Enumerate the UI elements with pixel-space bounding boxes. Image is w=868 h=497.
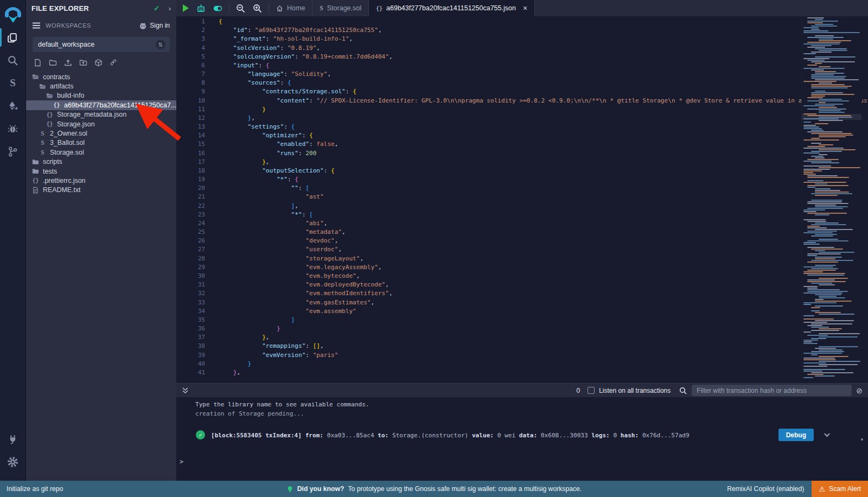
tree-item-tests[interactable]: tests xyxy=(26,167,176,176)
run-script-button[interactable] xyxy=(183,4,189,12)
main-area: HomeSStorage.sol{}a69b43f277ba20fcac1411… xyxy=(176,0,868,481)
file-explorer-icon[interactable] xyxy=(0,26,26,49)
line-number: 17 xyxy=(176,158,205,167)
sign-in-button[interactable]: Sign in xyxy=(139,22,170,29)
line-number: 9 xyxy=(176,87,205,96)
code-line: "enabled": false, xyxy=(219,140,868,149)
line-number-gutter: 1234567891011121314151617181920212223242… xyxy=(176,17,205,377)
code-line: "content": "// SPDX-License-Identifier: … xyxy=(219,97,868,105)
tree-item-build-info[interactable]: build-info xyxy=(26,91,176,100)
line-number: 33 xyxy=(176,298,205,307)
cube-icon[interactable] xyxy=(94,59,103,67)
ai-copilot-robot-icon[interactable] xyxy=(196,4,206,13)
zoom-in-icon[interactable] xyxy=(253,4,262,13)
solidity-compiler-icon[interactable]: S xyxy=(0,72,26,94)
new-file-icon[interactable] xyxy=(34,59,42,67)
new-folder-icon[interactable] xyxy=(49,59,57,67)
terminal-search-icon[interactable] xyxy=(679,387,687,394)
zoom-out-icon[interactable] xyxy=(236,4,245,13)
upload-folder-icon[interactable] xyxy=(79,59,87,67)
close-tab-icon[interactable]: × xyxy=(523,4,527,12)
tree-item-readme-txt[interactable]: README.txt xyxy=(26,186,176,195)
search-icon[interactable] xyxy=(0,49,26,72)
code-line: "evm.deployedBytecode", xyxy=(219,281,868,289)
warning-icon: ⚠ xyxy=(819,486,825,493)
deploy-run-icon[interactable] xyxy=(0,94,26,117)
upload-file-icon[interactable] xyxy=(64,59,72,67)
chevron-right-icon[interactable]: › xyxy=(169,4,171,12)
solidity-file-icon: S xyxy=(320,5,323,11)
check-icon: ✓ xyxy=(154,4,160,12)
listen-all-checkbox[interactable] xyxy=(588,387,595,394)
code-line: "userdoc", xyxy=(219,245,868,254)
hamburger-menu-icon[interactable] xyxy=(33,22,40,29)
tree-item-storage-metadata-json[interactable]: {}Storage_metadata.json xyxy=(26,110,176,119)
remix-logo-icon[interactable] xyxy=(3,4,23,26)
code-line: "evm.legacyAssembly", xyxy=(219,263,868,272)
tab-storage-sol[interactable]: SStorage.sol xyxy=(312,0,369,16)
terminal-header: 0 Listen on all transactions ⊘ xyxy=(176,383,868,397)
line-number: 28 xyxy=(176,254,205,263)
solidity-file-icon: S xyxy=(39,149,47,156)
git-icon[interactable] xyxy=(0,140,26,163)
git-init-button[interactable]: Initialize as git repo xyxy=(7,485,63,493)
tree-item-storage-json[interactable]: {}Storage.json xyxy=(26,119,176,129)
code-line: }, xyxy=(219,158,868,167)
line-number: 25 xyxy=(176,228,205,237)
block-slash-icon[interactable]: ⊘ xyxy=(856,387,863,394)
tree-item-label: Storage.sol xyxy=(50,149,84,156)
minimap[interactable] xyxy=(801,16,861,383)
panel-title: FILE EXPLORER xyxy=(31,4,154,12)
tip-label: Did you know? xyxy=(297,485,344,493)
tx-expand-chevron-icon[interactable] xyxy=(823,431,831,439)
settings-icon[interactable] xyxy=(0,450,26,473)
transaction-count: 0 xyxy=(577,387,580,394)
line-number: 32 xyxy=(176,289,205,298)
line-number: 26 xyxy=(176,237,205,245)
plugin-manager-icon[interactable] xyxy=(0,428,26,450)
copilot-toggle-on[interactable] xyxy=(213,4,222,13)
scam-alert-badge[interactable]: ⚠ Scam Alert xyxy=(812,481,868,497)
transaction-log[interactable]: [block:5583405 txIndex:4] from: 0xa03...… xyxy=(211,432,768,439)
transaction-filter-input[interactable] xyxy=(692,385,852,396)
tree-item-label: contracts xyxy=(43,73,70,81)
link-icon[interactable] xyxy=(110,59,118,67)
line-number: 21 xyxy=(176,193,205,201)
tree-item-label: Storage_metadata.json xyxy=(57,111,126,118)
icon-sidebar: S xyxy=(0,0,26,481)
tree-item-contracts[interactable]: contracts xyxy=(26,72,176,81)
debugger-icon[interactable] xyxy=(0,117,26,140)
json-braces-icon: {} xyxy=(53,102,61,108)
terminal-collapse-icon[interactable] xyxy=(182,387,189,394)
remix-ide-window: S FILE EXPLORER ✓ › WORKSPACES Sign in d… xyxy=(0,0,868,497)
tree-item-2-owner-sol[interactable]: S2_Owner.sol xyxy=(26,129,176,138)
solidity-file-icon: S xyxy=(39,130,47,137)
tree-item-storage-sol[interactable]: SStorage.sol xyxy=(26,148,176,157)
workspace-updown-icon[interactable]: ⇅ xyxy=(156,40,165,49)
tab-label: Storage.sol xyxy=(327,4,361,12)
tree-item-a69b43f277ba20fcac141151250ca7-[interactable]: {}a69b43f277ba20fcac141151250ca7... xyxy=(26,100,176,110)
scroll-dot xyxy=(861,438,863,441)
code-line: "settings": { xyxy=(219,123,868,131)
tree-item-3-ballot-sol[interactable]: S3_Ballot.sol xyxy=(26,138,176,148)
tree-item-scripts[interactable]: scripts xyxy=(26,157,176,167)
tree-item--prettierrc-json[interactable]: {}.prettierrc.json xyxy=(26,176,176,185)
terminal-prompt[interactable]: > xyxy=(180,458,183,466)
terminal-log-line: Type the library name to see available c… xyxy=(195,401,369,408)
tree-item-label: 2_Owner.sol xyxy=(50,130,87,137)
tab-a69b43f277ba20fcac141151250ca755-json[interactable]: {}a69b43f277ba20fcac141151250ca755.json× xyxy=(369,0,535,16)
code-line: { xyxy=(219,17,868,26)
line-number: 41 xyxy=(176,368,205,377)
tree-item-label: artifacts xyxy=(50,82,73,90)
line-number: 12 xyxy=(176,114,205,123)
debug-button[interactable]: Debug xyxy=(778,429,814,441)
workspace-select[interactable]: default_workspace ⇅ xyxy=(33,37,170,52)
copilot-status[interactable]: RemixAI Copilot (enabled) xyxy=(727,485,804,493)
tab-home[interactable]: Home xyxy=(269,0,312,16)
line-number: 20 xyxy=(176,184,205,193)
tree-item-artifacts[interactable]: artifacts xyxy=(26,81,176,91)
file-toolbar xyxy=(26,52,176,71)
code-editor[interactable]: 1234567891011121314151617181920212223242… xyxy=(176,16,868,383)
line-number: 30 xyxy=(176,272,205,281)
line-number: 11 xyxy=(176,105,205,114)
